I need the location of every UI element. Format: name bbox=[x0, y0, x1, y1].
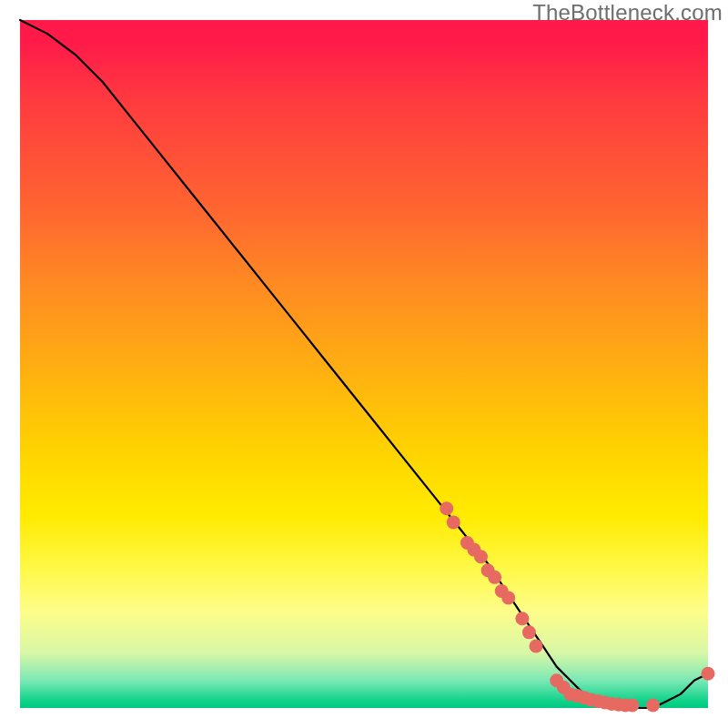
highlight-dot bbox=[488, 571, 501, 584]
chart-canvas: TheBottleneck.com bbox=[0, 0, 728, 728]
chart-svg bbox=[20, 20, 708, 708]
highlight-dot bbox=[625, 698, 639, 712]
highlighted-points-group bbox=[440, 501, 714, 712]
highlight-dot bbox=[702, 667, 715, 681]
highlight-dot bbox=[474, 550, 488, 563]
plot-area bbox=[20, 20, 708, 708]
highlight-dot bbox=[447, 515, 460, 529]
highlight-dot bbox=[530, 639, 543, 652]
bottleneck-curve bbox=[20, 20, 708, 708]
highlight-dot bbox=[515, 612, 529, 625]
highlight-dot bbox=[501, 592, 515, 605]
highlight-dot bbox=[646, 698, 660, 712]
highlight-dot bbox=[522, 625, 536, 639]
highlight-dot bbox=[440, 501, 453, 515]
